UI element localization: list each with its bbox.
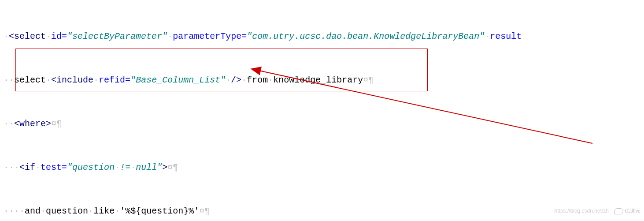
sql-text: select (14, 75, 46, 85)
watermark-brand: 亿速云 (614, 204, 640, 218)
xml-tag: <select (9, 31, 46, 41)
code-line[interactable]: ·<select·id="selectByParameter"·paramete… (0, 29, 644, 44)
code-line[interactable]: ··<where>¤¶ (0, 116, 644, 131)
whitespace-dot: · (4, 31, 9, 41)
code-line[interactable]: ··select·<include·refid="Base_Column_Lis… (0, 73, 644, 87)
xml-attr-value: "selectByParameter" (67, 31, 167, 41)
cloud-logo-icon (614, 208, 623, 214)
xml-tag: <if (19, 162, 35, 172)
xml-tag: /> (231, 75, 241, 85)
xml-tag: <where> (14, 119, 51, 129)
xml-attr-value: "question·!=·null" (67, 162, 162, 172)
code-editor[interactable]: ·<select·id="selectByParameter"·paramete… (0, 0, 644, 221)
xml-attr: result (490, 31, 522, 41)
xml-tag: <include (51, 75, 93, 85)
xml-tag: > (162, 162, 167, 172)
xml-attr-value: "com.utry.ucsc.dao.bean.KnowledgeLibrary… (247, 31, 485, 41)
code-line[interactable]: ···<if·test="question·!=·null">¤¶ (0, 160, 644, 175)
xml-attr: refid (99, 75, 125, 85)
xml-attr: parameterType (173, 31, 241, 41)
xml-attr-value: "Base_Column_List" (130, 75, 226, 85)
xml-attr: id (51, 31, 62, 41)
eol-marker: ¤¶ (363, 75, 374, 85)
watermark-url: https://blog.csdn.net/zh (555, 204, 609, 218)
code-line[interactable]: ····and·question·like·'%${question}%'¤¶ (0, 204, 644, 218)
xml-attr: test (41, 162, 62, 172)
